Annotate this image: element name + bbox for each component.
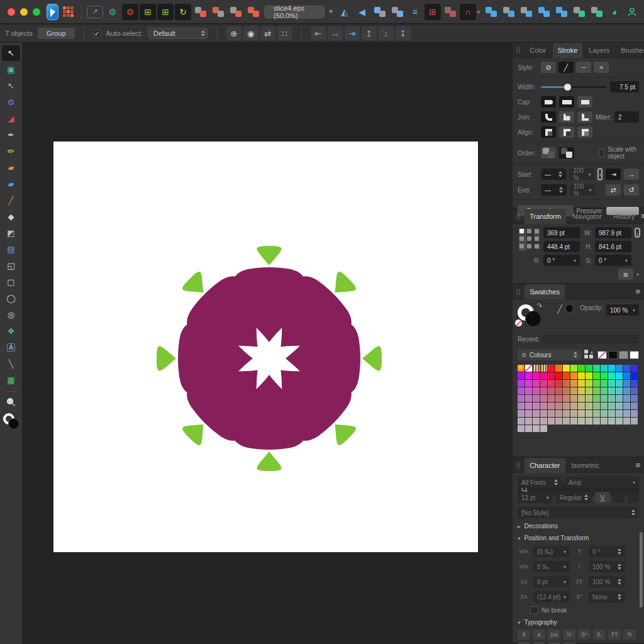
palette-swatch[interactable] xyxy=(570,365,577,372)
palette-swatch[interactable] xyxy=(593,380,600,387)
brush-stroke-icon-button[interactable]: ≈ xyxy=(594,62,609,73)
stroke-width-slider[interactable] xyxy=(541,86,607,88)
guides-icon[interactable]: ⊞ xyxy=(425,4,441,20)
palette-swatch[interactable] xyxy=(563,387,570,394)
x-field[interactable]: 369 pt xyxy=(543,227,580,238)
export-icon[interactable]: ↗ xyxy=(87,6,103,18)
tab-layers[interactable]: Layers xyxy=(584,43,614,58)
palette-swatch[interactable] xyxy=(525,425,532,432)
scale-with-object-checkbox[interactable] xyxy=(599,149,604,157)
palette-swatch[interactable] xyxy=(578,365,585,372)
document-title[interactable]: slice4.eps (50.0%) xyxy=(264,6,325,18)
no-break-checkbox[interactable] xyxy=(530,606,538,614)
gradient-mesh-tool[interactable]: ▦ xyxy=(2,372,20,388)
paste-fx-icon[interactable] xyxy=(210,4,226,20)
account-icon[interactable] xyxy=(624,4,640,20)
text-style-select[interactable]: [No Style] xyxy=(518,507,639,518)
solid-stroke-icon-button[interactable]: ╱ xyxy=(558,62,574,73)
affinity-designer-app-icon[interactable] xyxy=(47,4,58,20)
stepper-icon[interactable] xyxy=(201,30,205,36)
palette-swatch[interactable] xyxy=(601,410,608,417)
join-miter-button[interactable] xyxy=(577,111,592,123)
palette-swatch[interactable] xyxy=(548,365,555,372)
color-pie-icon[interactable]: ◕ xyxy=(606,4,623,20)
palette-swatch[interactable] xyxy=(548,402,555,409)
paste-inside-icon[interactable] xyxy=(228,4,244,20)
snap-options-chevron-icon[interactable]: ▾ xyxy=(477,9,482,15)
slider-knob[interactable] xyxy=(564,84,571,91)
shear-field[interactable]: 0 °▾ xyxy=(595,255,631,266)
text-shear-field[interactable]: None xyxy=(589,591,625,602)
palette-swatch[interactable] xyxy=(631,387,638,394)
palette-swatch[interactable] xyxy=(518,425,525,432)
tab-isometric[interactable]: Isometric xyxy=(567,458,605,473)
palette-swatch[interactable] xyxy=(616,410,623,417)
flip-vertical-icon[interactable]: ◀ xyxy=(354,4,370,20)
palette-swatch[interactable] xyxy=(555,387,562,394)
autoselect-mode-select[interactable]: Default xyxy=(148,28,208,39)
no-color-icon[interactable] xyxy=(515,319,522,326)
palette-swatch[interactable] xyxy=(601,418,608,425)
palette-swatch[interactable] xyxy=(586,418,592,425)
palette-swatch[interactable] xyxy=(608,380,615,387)
move-to-front-icon[interactable] xyxy=(372,4,388,20)
fill-well[interactable] xyxy=(8,418,19,430)
palette-swatch[interactable] xyxy=(578,410,585,417)
artboard-tool[interactable]: ▣ xyxy=(2,62,20,77)
palette-swatch[interactable] xyxy=(540,418,547,425)
donut-tool[interactable]: ◎ xyxy=(2,307,20,323)
crop-tool[interactable]: ◱ xyxy=(2,258,20,274)
palette-swatch[interactable] xyxy=(548,387,555,394)
arrow-plain-button[interactable]: → xyxy=(624,169,639,180)
arrow-at-line-end-button[interactable]: ⇥ xyxy=(606,169,621,180)
fill-tool[interactable]: ◆ xyxy=(2,209,20,225)
palette-swatch[interactable] xyxy=(623,387,630,394)
font-weight-select[interactable]: Regular xyxy=(556,492,592,503)
palette-swatch[interactable] xyxy=(631,395,638,402)
magnet-snap-icon[interactable]: ∩ xyxy=(460,4,476,20)
fill-stroke-color-well[interactable] xyxy=(3,413,19,430)
palette-swatch[interactable] xyxy=(570,372,577,379)
palette-swatch[interactable] xyxy=(555,402,562,409)
palette-swatch[interactable] xyxy=(578,402,585,409)
cap-round-button[interactable] xyxy=(541,96,556,108)
palette-swatch[interactable] xyxy=(631,418,638,425)
kerning-field[interactable]: (0 ‰)▾ xyxy=(533,546,570,557)
miter-field[interactable]: 2 xyxy=(614,111,639,123)
font-family-select[interactable]: Arial▾ xyxy=(565,477,639,488)
palette-swatch[interactable] xyxy=(631,410,638,417)
fill-stroke-wells[interactable]: ↷ xyxy=(518,304,545,330)
typography-section-header[interactable]: ▾ Typography xyxy=(513,616,644,628)
typography-button-[interactable]: ½ xyxy=(563,630,575,640)
typography-button-tt[interactable]: TT xyxy=(608,630,621,640)
tab-transform[interactable]: Transform xyxy=(525,209,566,224)
palette-swatch[interactable] xyxy=(518,402,525,409)
anchor-point[interactable] xyxy=(527,229,531,233)
h-field[interactable]: 841.6 pt xyxy=(595,241,631,252)
palette-swatch[interactable] xyxy=(533,410,540,417)
move-tool[interactable]: ↖ xyxy=(2,45,20,61)
palette-swatch[interactable] xyxy=(616,365,623,372)
position-transform-section-header[interactable]: ▾ Position and Transform xyxy=(513,532,644,544)
link-start-end-icon[interactable] xyxy=(597,168,602,180)
boolean-divide-icon[interactable] xyxy=(536,4,552,20)
palette-swatch[interactable] xyxy=(518,380,525,387)
y-field[interactable]: 448.4 pt xyxy=(543,241,580,252)
tab-character[interactable]: Character xyxy=(525,458,565,473)
anchor-point[interactable] xyxy=(519,244,524,248)
extra-field-2[interactable] xyxy=(628,492,639,503)
add-swatch-icon[interactable]: + xyxy=(584,350,594,360)
panel-menu-icon[interactable]: ≡ xyxy=(635,460,640,470)
palette-swatch[interactable] xyxy=(518,365,525,372)
typography-button-1st[interactable]: 1st xyxy=(548,630,560,640)
grid-handles-alt-icon[interactable]: ⊞ xyxy=(157,4,174,20)
palette-swatch[interactable] xyxy=(525,380,532,387)
palette-swatch[interactable] xyxy=(555,380,562,387)
pen-tool[interactable]: ✒ xyxy=(2,127,20,143)
align-right-icon[interactable]: ⇥ xyxy=(345,26,360,40)
palette-select[interactable]: ⚙ Colours xyxy=(518,349,581,360)
transform-mode-icon[interactable]: ⇄ xyxy=(260,26,275,40)
vector-brush-tool[interactable]: ▰ xyxy=(2,160,20,175)
grid-handles-icon[interactable]: ⊞ xyxy=(140,4,156,20)
palette-swatch[interactable] xyxy=(548,410,555,417)
